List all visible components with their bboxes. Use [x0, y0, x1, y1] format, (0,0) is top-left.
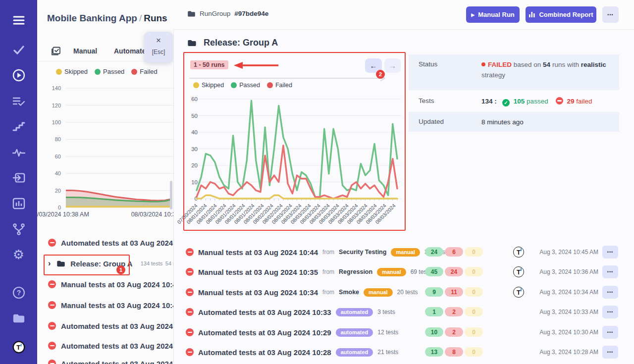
next-page-button[interactable]: →	[384, 58, 401, 73]
group-runs-chart-card: 1 - 50 runs ← → 2 Skipped Passed Failed …	[183, 52, 406, 231]
run-type-badge: manual	[364, 288, 393, 297]
project-title[interactable]: Mobile Banking App	[47, 13, 137, 23]
row-more-button[interactable]: •••	[602, 265, 618, 278]
manual-run-button[interactable]: ▶ Manual Run	[466, 6, 520, 23]
svg-text:0: 0	[58, 205, 61, 210]
run-title[interactable]: Manual tests at 03 Aug 2024 10:44	[198, 248, 318, 257]
passed-pill: 10	[425, 327, 443, 337]
pulse-icon[interactable]	[12, 146, 25, 159]
from-label: from	[322, 249, 334, 256]
mini-chart-legend: Skipped Passed Failed	[56, 68, 158, 75]
breadcrumb: Mobile Banking App/Runs	[47, 13, 167, 24]
row-more-button[interactable]: •••	[602, 306, 618, 318]
run-type-badge: automated	[336, 328, 373, 337]
run-title[interactable]: Manual tests at 03 Aug 2024 10:42	[61, 301, 174, 310]
run-row: Automated tests at 03 Aug 2024 10:33auto…	[173, 302, 634, 322]
run-group-item[interactable]: ›Release: Group A134 tests 54 r	[48, 258, 174, 269]
run-list-item[interactable]: Automated tests at 03 Aug 2024 10	[48, 237, 174, 249]
gear-icon[interactable]: ⚙	[12, 248, 25, 261]
run-list-item[interactable]: Manual tests at 03 Aug 2024 10:43	[48, 278, 174, 290]
run-title[interactable]: Automated tests at 03 Aug 2024 1	[61, 360, 174, 364]
row-more-button[interactable]: •••	[602, 346, 618, 359]
run-type-badge: automated	[336, 308, 373, 316]
status-panel: Status FAILED based on 54 runs with real…	[409, 54, 619, 133]
run-title[interactable]: Automated tests at 03 Aug 2024 10	[61, 342, 174, 350]
from-suite[interactable]: Security Testing	[339, 249, 386, 256]
tests-value: 134 : ✓ 105 passed 29 failed	[481, 91, 619, 111]
run-list-item[interactable]: Automated tests at 03 Aug 2024 10	[48, 340, 174, 352]
project-panel: Mobile Banking App/Runs Manual Automated…	[37, 0, 174, 364]
folder-icon	[56, 260, 65, 267]
chevron-right-icon[interactable]: ›	[48, 259, 51, 268]
tests-count: 21 tests	[377, 349, 398, 356]
tab-manual[interactable]: Manual	[73, 47, 97, 55]
row-more-button[interactable]: •••	[602, 326, 618, 339]
failed-pill: 2	[445, 327, 463, 337]
run-list-item[interactable]: Automated tests at 03 Aug 2024 1	[48, 358, 174, 364]
back-arrow-icon: ←	[370, 61, 377, 70]
run-list-item[interactable]: Automated tests at 03 Aug 2024 10	[48, 320, 174, 332]
svg-text:50: 50	[191, 113, 198, 119]
failed-dot	[267, 82, 273, 88]
run-row: Manual tests at 03 Aug 2024 10:34fromSmo…	[173, 282, 634, 302]
run-row: Automated tests at 03 Aug 2024 10:29auto…	[173, 322, 634, 342]
from-suite[interactable]: Regression	[339, 268, 372, 275]
checklist-icon[interactable]	[51, 47, 61, 58]
run-title[interactable]: Automated tests at 03 Aug 2024 10	[61, 239, 174, 247]
from-suite[interactable]: Smoke	[339, 289, 359, 296]
more-actions-button[interactable]: •••	[602, 6, 619, 23]
run-title[interactable]: Manual tests at 03 Aug 2024 10:34	[198, 288, 318, 297]
report-icon[interactable]	[12, 197, 25, 210]
run-date: Aug 3, 2024 10:45 AM	[539, 249, 598, 256]
import-icon[interactable]	[12, 171, 25, 184]
project-runs-chart: 020406080100120140 08/03/2024 10:38 AM 0…	[37, 79, 173, 223]
updated-label: Updated	[409, 112, 481, 132]
run-title[interactable]: Automated tests at 03 Aug 2024 10:29	[198, 328, 331, 337]
page-title: Runs	[144, 13, 167, 23]
folder-icon	[187, 39, 197, 47]
run-title[interactable]: Manual tests at 03 Aug 2024 10:43	[61, 280, 174, 289]
folder-icon[interactable]	[12, 312, 25, 325]
run-list-item[interactable]: Manual tests at 03 Aug 2024 10:42	[48, 299, 174, 311]
run-title[interactable]: Automated tests at 03 Aug 2024 10:28	[198, 348, 331, 357]
run-title[interactable]: Automated tests at 03 Aug 2024 10	[61, 322, 174, 330]
run-date: Aug 3, 2024 10:28 AM	[539, 349, 598, 356]
run-title[interactable]: Automated tests at 03 Aug 2024 10:33	[198, 308, 331, 316]
scrollbar[interactable]	[170, 181, 172, 209]
failed-dot	[131, 69, 137, 75]
svg-text:80: 80	[55, 136, 61, 142]
row-more-button[interactable]: •••	[602, 286, 618, 299]
combined-report-button[interactable]: Combined Report	[526, 6, 596, 23]
help-icon[interactable]: ?	[12, 286, 25, 299]
list-check-icon[interactable]	[12, 95, 25, 108]
failed-status-icon	[48, 239, 56, 247]
run-title[interactable]: Manual tests at 03 Aug 2024 10:35	[198, 268, 318, 276]
run-play-icon[interactable]	[12, 69, 25, 82]
skipped-pill: 0	[465, 247, 483, 257]
branch-icon[interactable]	[12, 223, 25, 236]
status-label: Status	[409, 54, 481, 90]
run-row: Manual tests at 03 Aug 2024 10:35fromReg…	[173, 262, 634, 282]
svg-text:30: 30	[191, 146, 198, 152]
check-icon[interactable]	[12, 44, 25, 56]
more-icon: •••	[607, 350, 613, 355]
close-panel-button[interactable]: × [Esc]	[144, 32, 173, 62]
failed-status-icon	[186, 248, 194, 256]
avatar[interactable]: T	[513, 266, 524, 277]
skipped-pill: 0	[465, 287, 483, 297]
tests-label: Tests	[409, 91, 481, 111]
logo-icon[interactable]: T	[12, 341, 25, 354]
menu-icon[interactable]	[12, 14, 25, 27]
steps-icon[interactable]	[12, 120, 25, 133]
status-row: Status FAILED based on 54 runs with real…	[409, 54, 619, 90]
group-meta: 134 tests 54 r	[141, 260, 174, 266]
passed-dot	[95, 69, 101, 75]
bar-chart-icon	[528, 11, 535, 18]
skipped-pill: 0	[465, 267, 483, 276]
avatar[interactable]: T	[513, 287, 524, 298]
failed-status-icon	[186, 328, 194, 336]
close-icon[interactable]: ×	[144, 36, 173, 46]
avatar[interactable]: T	[513, 247, 524, 258]
row-more-button[interactable]: •••	[602, 246, 618, 259]
failed-pill: 11	[445, 287, 463, 297]
